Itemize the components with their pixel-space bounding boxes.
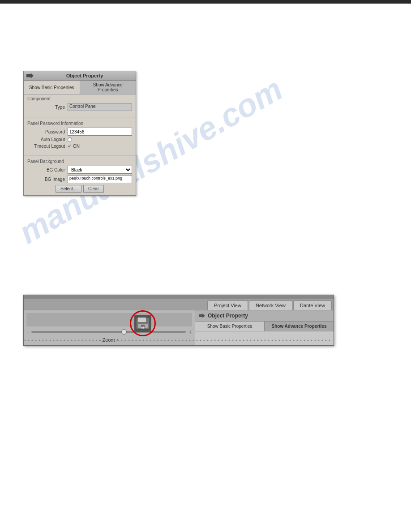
panel-background-section: Panel Background BG Color Black BG Image… bbox=[24, 157, 136, 195]
component-section-label: Component bbox=[27, 96, 132, 101]
divider-1 bbox=[24, 117, 136, 117]
component-section: Component Type Control Panel bbox=[24, 94, 136, 115]
svg-point-75 bbox=[275, 340, 277, 341]
svg-point-32 bbox=[121, 340, 123, 341]
svg-point-43 bbox=[161, 340, 162, 341]
obj-show-advance-btn[interactable]: Show Advance Properties bbox=[265, 322, 334, 331]
auto-logout-label: Auto Logout bbox=[27, 137, 68, 142]
network-view-tab[interactable]: Network View bbox=[249, 300, 292, 310]
type-label: Type bbox=[27, 105, 68, 110]
svg-point-37 bbox=[139, 340, 141, 341]
svg-point-77 bbox=[283, 340, 284, 341]
svg-point-12 bbox=[50, 340, 51, 341]
svg-point-51 bbox=[189, 340, 191, 341]
svg-point-7 bbox=[32, 340, 33, 341]
svg-point-28 bbox=[107, 340, 108, 341]
svg-rect-1 bbox=[138, 317, 146, 322]
dante-view-tab[interactable]: Dante View bbox=[293, 300, 332, 310]
svg-point-71 bbox=[261, 340, 262, 341]
svg-point-45 bbox=[168, 340, 169, 341]
svg-point-73 bbox=[268, 340, 270, 341]
svg-point-64 bbox=[236, 340, 237, 341]
svg-point-18 bbox=[71, 340, 73, 341]
svg-point-9 bbox=[39, 340, 40, 341]
svg-point-60 bbox=[222, 340, 223, 341]
svg-point-39 bbox=[146, 340, 148, 341]
zoom-plus-icon[interactable]: + bbox=[188, 328, 192, 335]
obj-prop-buttons: Show Basic Properties Show Advance Prope… bbox=[195, 322, 334, 331]
select-image-button[interactable]: Select... bbox=[56, 185, 81, 193]
svg-point-40 bbox=[150, 340, 151, 341]
dialog-buttons-row: Show Basic Properties Show Advance Prope… bbox=[24, 81, 136, 94]
svg-point-44 bbox=[164, 340, 166, 341]
panel-background-label: Panel Background bbox=[27, 159, 132, 164]
svg-point-84 bbox=[308, 340, 309, 341]
svg-point-66 bbox=[243, 340, 244, 341]
svg-point-15 bbox=[60, 340, 62, 341]
bg-color-select-wrapper: Black bbox=[68, 166, 132, 174]
top-bar bbox=[0, 0, 411, 4]
dialog-arrow-icon bbox=[26, 73, 34, 78]
clear-image-button[interactable]: Clear bbox=[83, 185, 104, 193]
svg-point-70 bbox=[257, 340, 259, 341]
type-field-row: Type Control Panel bbox=[27, 103, 132, 111]
save-icon-inner: H bbox=[134, 315, 151, 332]
bg-color-label: BG Color bbox=[27, 167, 68, 172]
svg-point-35 bbox=[132, 340, 133, 341]
svg-point-29 bbox=[111, 340, 112, 341]
svg-point-17 bbox=[68, 340, 69, 341]
obj-prop-titlebar: Object Property bbox=[195, 310, 334, 322]
svg-point-69 bbox=[254, 340, 255, 341]
svg-point-52 bbox=[193, 340, 194, 341]
svg-point-16 bbox=[64, 340, 65, 341]
svg-point-14 bbox=[57, 340, 58, 341]
svg-point-53 bbox=[197, 340, 198, 341]
ruler-dots-svg bbox=[23, 339, 334, 342]
show-basic-properties-button[interactable]: Show Basic Properties bbox=[24, 81, 80, 94]
bg-color-select[interactable]: Black bbox=[68, 166, 132, 174]
image-buttons: Select... Clear bbox=[27, 185, 132, 193]
svg-point-10 bbox=[43, 340, 44, 341]
dialog-title: Object Property bbox=[36, 73, 133, 78]
password-section-label: Panel Password Information bbox=[27, 121, 132, 126]
svg-point-72 bbox=[265, 340, 266, 341]
svg-point-8 bbox=[35, 340, 37, 341]
project-view-tab[interactable]: Project View bbox=[207, 300, 248, 310]
svg-point-78 bbox=[286, 340, 287, 341]
svg-point-89 bbox=[325, 340, 327, 341]
password-input[interactable] bbox=[68, 128, 132, 136]
svg-point-5 bbox=[25, 340, 26, 341]
svg-point-47 bbox=[175, 340, 176, 341]
svg-point-83 bbox=[304, 340, 305, 341]
svg-point-36 bbox=[136, 340, 137, 341]
obj-show-basic-btn[interactable]: Show Basic Properties bbox=[195, 322, 265, 331]
svg-point-21 bbox=[82, 340, 83, 341]
svg-point-23 bbox=[89, 340, 90, 341]
svg-point-6 bbox=[28, 340, 30, 341]
dots-ruler bbox=[23, 339, 334, 342]
zoom-slider-track[interactable] bbox=[31, 331, 186, 333]
bottom-panel: Project View Network View Dante View - +… bbox=[23, 295, 334, 346]
svg-point-26 bbox=[100, 340, 101, 341]
on-label: ON bbox=[73, 144, 80, 149]
svg-point-56 bbox=[207, 340, 209, 341]
auto-logout-checkbox-area bbox=[68, 137, 72, 142]
object-property-dialog: Object Property Show Basic Properties Sh… bbox=[23, 71, 136, 196]
timeout-logout-check: ✓ ON bbox=[68, 143, 80, 149]
zoom-slider-thumb[interactable] bbox=[121, 329, 127, 335]
svg-point-68 bbox=[250, 340, 252, 341]
password-field-row: Password bbox=[27, 128, 132, 136]
obj-prop-title: Object Property bbox=[208, 313, 248, 319]
svg-point-33 bbox=[125, 340, 126, 341]
svg-point-34 bbox=[128, 340, 130, 341]
auto-logout-checkbox[interactable] bbox=[68, 137, 72, 142]
zoom-minus-icon[interactable]: - bbox=[26, 328, 29, 335]
svg-point-88 bbox=[322, 340, 323, 341]
svg-point-76 bbox=[279, 340, 280, 341]
svg-point-27 bbox=[103, 340, 105, 341]
check-mark-icon[interactable]: ✓ bbox=[68, 143, 72, 149]
svg-point-20 bbox=[78, 340, 80, 341]
svg-point-90 bbox=[329, 340, 330, 341]
obj-prop-arrow-icon bbox=[199, 313, 205, 318]
show-advance-properties-button[interactable]: Show Advance Properties bbox=[80, 81, 136, 94]
